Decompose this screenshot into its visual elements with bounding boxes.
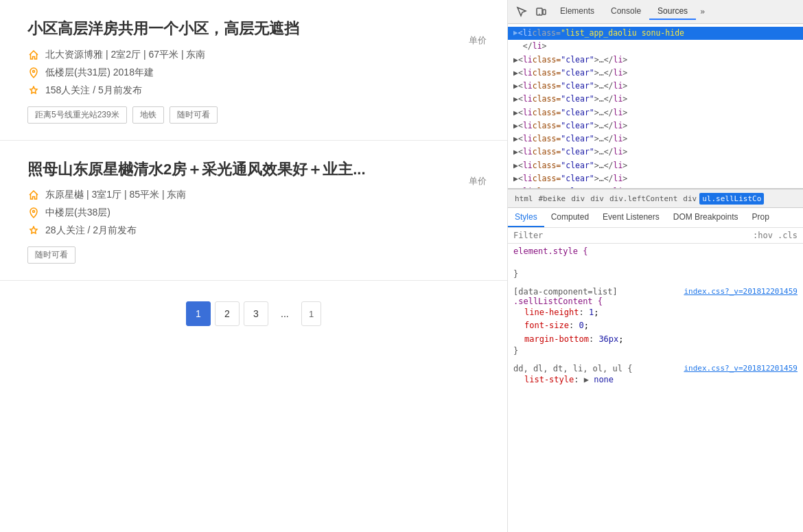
listing-community-1: 北大资源博雅 | 2室2厅 | 67平米 | 东南 <box>45 49 205 61</box>
more-tabs-icon[interactable]: » <box>696 4 709 19</box>
css-selector-row-2: [data-component=list] index.css?_v=20181… <box>513 287 798 297</box>
listing-floor-row-2: 中楼层(共38层) <box>27 207 487 219</box>
price-badge-1: 单价 <box>469 34 487 47</box>
pagination: 1 2 3 ... 1 <box>0 281 507 340</box>
tree-line-7[interactable]: ▶ <li class="clear">…</li> <box>508 106 803 119</box>
svg-point-0 <box>33 70 35 72</box>
css-prop-liststyle: list-style: ▶ none <box>513 373 798 386</box>
breadcrumb-ul-selllist[interactable]: ul.sellListCo <box>699 193 764 205</box>
star-icon-1 <box>27 84 40 97</box>
styles-filter-input[interactable] <box>513 231 747 240</box>
css-source-2[interactable]: index.css?_v=201812201459 <box>684 364 798 373</box>
svg-point-1 <box>33 211 35 213</box>
breadcrumb-div3[interactable]: div <box>680 193 699 205</box>
breadcrumb-leftcontent[interactable]: div.leftContent <box>607 193 680 205</box>
listing-community-row-1: 北大资源博雅 | 2室2厅 | 67平米 | 东南 <box>27 49 487 61</box>
css-selector-2b: .sellListContent { <box>513 297 798 306</box>
tree-line-5[interactable]: ▶ <li class="clear">…</li> <box>508 80 803 93</box>
styles-filter-row: :hov .cls <box>508 228 803 244</box>
devtools-panel: Elements Console Sources » ▶ <li class="… <box>508 0 803 532</box>
listing-meta-1: 北大资源博雅 | 2室2厅 | 67平米 | 东南 <box>27 49 487 97</box>
css-prop-marginbottom: margin-bottom: 36px; <box>513 333 798 346</box>
css-rule-element-style: element.style { } <box>513 246 798 279</box>
devtools-toolbar: Elements Console Sources » <box>508 0 803 24</box>
tree-line-4[interactable]: ▶ <li class="clear">…</li> <box>508 67 803 80</box>
listing-meta-2: 东原星樾 | 3室1厅 | 85平米 | 东南 中楼 <box>27 189 487 237</box>
tab-console[interactable]: Console <box>603 3 649 20</box>
tree-line-8[interactable]: ▶ <li class="clear">…</li> <box>508 119 803 132</box>
star-icon-2 <box>27 224 40 237</box>
tree-line-6[interactable]: ▶ <li class="clear">…</li> <box>508 93 803 106</box>
tree-line-12[interactable]: ▶ <li class="clear">…</li> <box>508 172 803 185</box>
listing-followers-1: 158人关注 / 5月前发布 <box>45 84 142 97</box>
styles-content: element.style { } [data-component=list] … <box>508 244 803 397</box>
styles-tab-styles[interactable]: Styles <box>508 208 544 227</box>
listing-item-1: 小区高层洋房共用一个小区，高层无遮挡 北大资源博雅 | 2室2厅 | 67平米 … <box>0 0 507 141</box>
listing-followers-row-1: 158人关注 / 5月前发布 <box>27 84 487 97</box>
tree-line-9[interactable]: ▶ <li class="clear">…</li> <box>508 132 803 146</box>
listing-community-row-2: 东原星樾 | 3室1厅 | 85平米 | 东南 <box>27 189 487 201</box>
listing-item-2: 照母山东原星樾清水2房＋采光通风效果好＋业主... 东原星樾 | 3室1厅 | … <box>0 141 507 281</box>
page-btn-2[interactable]: 2 <box>215 301 240 326</box>
svg-rect-3 <box>543 10 546 14</box>
listing-floor-row-1: 低楼层(共31层) 2018年建 <box>27 67 487 79</box>
page-btn-last[interactable]: 1 <box>301 301 321 326</box>
css-selector-row-3: dd, dl, dt, li, ol, ul { index.css?_v=20… <box>513 364 798 373</box>
tab-elements[interactable]: Elements <box>552 3 603 20</box>
dom-breadcrumb: html #beike div div div.leftContent div … <box>508 189 803 208</box>
tree-line-13[interactable]: ▶ <li class="clear">…</li> <box>508 185 803 189</box>
styles-filter-hint: :hov .cls <box>753 231 798 240</box>
breadcrumb-div2[interactable]: div <box>587 193 607 205</box>
svg-point-4 <box>539 14 540 15</box>
tab-sources[interactable]: Sources <box>649 3 696 20</box>
breadcrumb-html[interactable]: html <box>512 193 536 205</box>
home-icon-2 <box>27 189 40 201</box>
location-icon-1 <box>27 67 40 79</box>
listing-followers-row-2: 28人关注 / 2月前发布 <box>27 224 487 237</box>
css-rule-selllistcontent: [data-component=list] index.css?_v=20181… <box>513 287 798 356</box>
devtools-tabs: Elements Console Sources » <box>552 3 709 20</box>
css-prop-fontsize: font-size: 0; <box>513 319 798 332</box>
tree-line-10[interactable]: ▶ <li class="clear">…</li> <box>508 146 803 159</box>
listing-tags-1: 距离5号线重光站239米 地铁 随时可看 <box>27 106 487 124</box>
tree-line-1[interactable]: ▶ <li class="list_app_daoliu sonu-hide <box>508 27 803 40</box>
css-selector-element-style: element.style { <box>513 246 798 256</box>
tag-metro-distance: 距离5号线重光站239米 <box>27 106 127 124</box>
location-icon-2 <box>27 207 40 219</box>
home-icon-1 <box>27 49 40 61</box>
tree-line-2[interactable]: </li> <box>508 40 803 53</box>
dom-tree-container: ▶ <li class="list_app_daoliu sonu-hide <… <box>508 24 803 189</box>
listing-title-1[interactable]: 小区高层洋房共用一个小区，高层无遮挡 <box>27 19 487 39</box>
styles-tab-computed[interactable]: Computed <box>544 208 596 227</box>
styles-tab-prop[interactable]: Prop <box>745 208 776 227</box>
css-source-1[interactable]: index.css?_v=201812201459 <box>684 287 798 297</box>
tag-metro: 地铁 <box>132 106 164 124</box>
css-property-empty <box>513 256 798 269</box>
styles-tab-eventlisteners[interactable]: Event Listeners <box>596 208 666 227</box>
styles-tabs-bar: Styles Computed Event Listeners DOM Brea… <box>508 208 803 228</box>
device-icon[interactable] <box>533 3 549 20</box>
tag-available: 随时可看 <box>170 106 218 124</box>
page-btn-3[interactable]: 3 <box>244 301 268 326</box>
breadcrumb-div1[interactable]: div <box>568 193 587 205</box>
page-btn-1[interactable]: 1 <box>186 301 211 326</box>
price-badge-2: 单价 <box>469 175 487 187</box>
listing-floor-2: 中楼层(共38层) <box>45 207 110 219</box>
tag-available-2: 随时可看 <box>27 246 75 264</box>
tree-line-11[interactable]: ▶ <li class="clear">…</li> <box>508 159 803 172</box>
dom-tree[interactable]: ▶ <li class="list_app_daoliu sonu-hide <… <box>508 24 803 189</box>
listing-floor-1: 低楼层(共31层) 2018年建 <box>45 67 154 79</box>
breadcrumb-beike[interactable]: #beike <box>536 193 569 205</box>
css-prop-lineheight: line-height: 1; <box>513 306 798 319</box>
inspect-icon[interactable] <box>513 3 530 20</box>
styles-tab-dombreakpoints[interactable]: DOM Breakpoints <box>666 208 745 227</box>
listing-tags-2: 随时可看 <box>27 246 487 264</box>
listing-followers-2: 28人关注 / 2月前发布 <box>45 224 137 237</box>
page-btn-dots: ... <box>272 301 297 326</box>
listing-community-2: 东原星樾 | 3室1厅 | 85平米 | 东南 <box>45 189 186 201</box>
listing-title-2[interactable]: 照母山东原星樾清水2房＋采光通风效果好＋业主... <box>27 160 487 180</box>
tree-line-3[interactable]: ▶ <li class="clear">…</li> <box>508 54 803 67</box>
css-rule-list-reset: dd, dl, dt, li, ol, ul { index.css?_v=20… <box>513 364 798 386</box>
listing-panel: 小区高层洋房共用一个小区，高层无遮挡 北大资源博雅 | 2室2厅 | 67平米 … <box>0 0 508 532</box>
